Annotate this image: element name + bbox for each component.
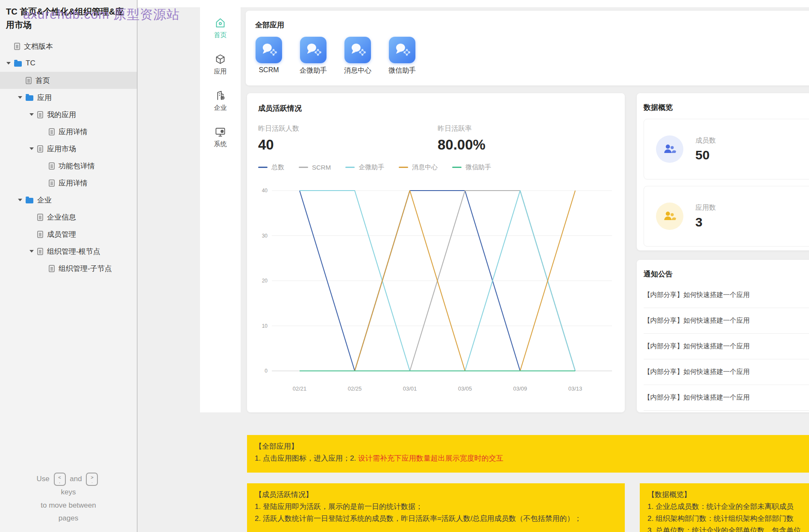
chart-legend: 总数SCRM企微助手消息中心微信助手 xyxy=(258,163,614,171)
all-apps-card: 全部应用 SCRM xyxy=(246,11,809,85)
page-icon xyxy=(37,248,43,255)
legend-swatch xyxy=(345,167,355,168)
y-axis-tick: 20 xyxy=(262,278,268,284)
sidebar-item-org-child[interactable]: 组织管理-子节点 xyxy=(0,260,137,277)
x-axis-tick: 03/09 xyxy=(513,385,527,392)
pager-hint-text: and xyxy=(70,475,82,483)
sidebar-item-home[interactable]: 首页 xyxy=(0,72,137,89)
expand-arrow-icon[interactable] xyxy=(29,113,34,116)
notice-item[interactable]: 【内部分享】如何快速搭建一个应用 xyxy=(644,282,809,308)
notice-item[interactable]: 【内部分享】如何快速搭建一个应用 xyxy=(644,308,809,334)
notice-item[interactable]: 【内部分享】如何快速搭建一个应用 xyxy=(644,385,809,411)
page-icon xyxy=(37,145,43,153)
stat-active-rate: 昨日活跃率 80.00% xyxy=(438,124,485,153)
pager-hint-text: to move between pages xyxy=(34,499,103,525)
legend-item[interactable]: 消息中心 xyxy=(399,163,438,171)
folder-icon xyxy=(26,95,33,101)
tree-label: 应用详情 xyxy=(59,178,88,188)
tree-label: 组织管理-子节点 xyxy=(59,264,112,273)
sidebar-item-enterprise[interactable]: 企业 xyxy=(0,191,137,209)
stat-card-apps: 应用数 3 xyxy=(644,186,809,247)
prototype-viewport: 首页 应用 企业 系统 xyxy=(138,0,809,532)
page-icon xyxy=(26,77,32,84)
page-icon xyxy=(49,162,55,170)
expand-arrow-icon[interactable] xyxy=(18,96,22,99)
tree-label: 应用市场 xyxy=(47,144,76,154)
members-icon xyxy=(656,135,683,163)
expand-arrow-icon[interactable] xyxy=(18,199,22,201)
notice-list: 【内部分享】如何快速搭建一个应用 【内部分享】如何快速搭建一个应用 【内部分享】… xyxy=(644,282,809,411)
page-icon xyxy=(49,128,55,135)
sidebar-item-apps[interactable]: 应用 xyxy=(0,89,137,106)
tree-label: 应用 xyxy=(37,93,52,103)
nav-item-enterprise[interactable]: 企业 xyxy=(214,90,227,112)
app-icon xyxy=(389,37,415,63)
tree-label: 文档版本 xyxy=(24,41,53,51)
x-axis-tick: 03/01 xyxy=(403,385,417,392)
expand-arrow-icon[interactable] xyxy=(29,250,34,253)
expand-arrow-icon[interactable] xyxy=(6,62,11,65)
app-wechat-assistant[interactable]: 微信助手 xyxy=(388,37,416,75)
expand-arrow-icon[interactable] xyxy=(29,147,34,150)
stat-card-members: 成员数 50 xyxy=(644,119,809,179)
enterprise-icon xyxy=(215,90,226,101)
app-message-center[interactable]: 消息中心 xyxy=(344,37,371,75)
sidebar-item-member-management[interactable]: 成员管理 xyxy=(0,226,137,243)
apps-count-icon xyxy=(656,203,683,230)
sidebar-item-doc-version[interactable]: 文档版本 xyxy=(0,38,137,55)
member-activity-card: 成员活跃情况 昨日活跃人数 40 昨日活跃率 80.00% 总数SCRM企微助手… xyxy=(247,93,625,412)
legend-swatch xyxy=(399,167,408,168)
tree-label: TC xyxy=(26,59,35,68)
legend-item[interactable]: 微信助手 xyxy=(452,163,491,171)
sidebar-item-feature-pack-detail[interactable]: 功能包详情 xyxy=(0,157,137,174)
nav-item-system[interactable]: 系统 xyxy=(214,126,227,148)
app-wecom-assistant[interactable]: 企微助手 xyxy=(300,37,327,75)
page-icon xyxy=(37,231,43,238)
x-axis-tick: 03/13 xyxy=(568,385,582,392)
stat-active-members: 昨日活跃人数 40 xyxy=(258,124,438,153)
legend-item[interactable]: 企微助手 xyxy=(345,163,384,171)
key-right-icon: >. xyxy=(86,473,98,486)
tree-label: 首页 xyxy=(35,76,50,85)
sidebar-item-app-market[interactable]: 应用市场 xyxy=(0,140,137,157)
tree-label: 我的应用 xyxy=(47,110,76,120)
pager-hint-text: Use xyxy=(37,475,50,483)
apps-cube-icon xyxy=(215,53,226,65)
sidebar-item-app-detail-2[interactable]: 应用详情 xyxy=(0,174,137,191)
sidebar-item-tc[interactable]: TC xyxy=(0,55,137,72)
x-axis-tick: 02/21 xyxy=(293,385,307,392)
legend-item[interactable]: 总数 xyxy=(258,163,284,171)
page-icon xyxy=(37,111,43,118)
x-axis-tick: 03/05 xyxy=(458,385,472,392)
legend-swatch xyxy=(452,167,462,168)
data-overview-title: 数据概览 xyxy=(644,103,809,112)
notice-item[interactable]: 【内部分享】如何快速搭建一个应用 xyxy=(644,334,809,359)
home-icon xyxy=(215,17,226,29)
sidebar-item-my-apps[interactable]: 我的应用 xyxy=(0,106,137,123)
folder-icon xyxy=(26,198,33,203)
nav-item-apps[interactable]: 应用 xyxy=(214,53,227,76)
tree-label: 企业信息 xyxy=(47,212,76,222)
notices-title: 通知公告 xyxy=(644,269,809,279)
legend-swatch xyxy=(299,167,308,168)
activity-stats: 昨日活跃人数 40 昨日活跃率 80.00% xyxy=(258,124,614,153)
system-icon xyxy=(215,126,226,138)
y-axis-tick: 10 xyxy=(262,323,268,329)
nav-item-home[interactable]: 首页 xyxy=(214,17,227,39)
pager-hint-text: keys xyxy=(0,486,137,499)
app-scrm[interactable]: SCRM xyxy=(255,37,282,75)
legend-item[interactable]: SCRM xyxy=(299,164,331,171)
annotation-data-overview: 【数据概览】 1. 企业总成员数：统计企业的全部未离职成员 2. 组织架构部门数… xyxy=(640,483,809,532)
app-icon xyxy=(344,37,371,63)
page-icon xyxy=(14,43,20,50)
notice-item[interactable]: 【内部分享】如何快速搭建一个应用 xyxy=(644,359,809,385)
app-nav-rail: 首页 应用 企业 系统 xyxy=(200,0,241,412)
sidebar-item-enterprise-info[interactable]: 企业信息 xyxy=(0,209,137,226)
key-left-icon: <, xyxy=(54,473,66,486)
page-icon xyxy=(49,179,55,187)
y-axis-tick: 0 xyxy=(265,368,268,374)
app-icon xyxy=(300,37,327,63)
folder-icon xyxy=(14,61,22,67)
sidebar-item-org-root[interactable]: 组织管理-根节点 xyxy=(0,243,137,260)
sidebar-item-app-detail-1[interactable]: 应用详情 xyxy=(0,123,137,140)
